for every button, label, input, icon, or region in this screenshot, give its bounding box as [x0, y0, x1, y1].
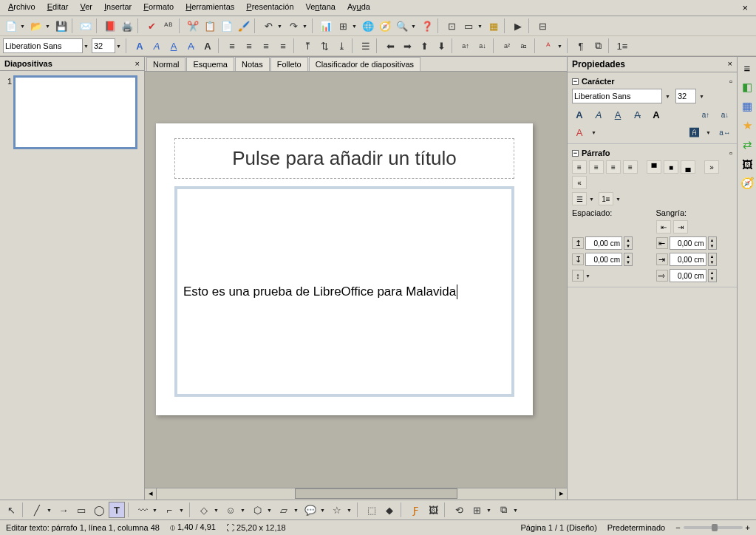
- undo-button[interactable]: ↶: [260, 18, 276, 34]
- slides-panel-close-icon[interactable]: ×: [135, 59, 140, 68]
- layout-button[interactable]: ▦: [486, 18, 502, 34]
- p-right-button[interactable]: ≡: [606, 160, 621, 174]
- props-super-button[interactable]: a↑: [698, 108, 713, 121]
- tab-esquema[interactable]: Esquema: [186, 57, 234, 71]
- connector-dropdown[interactable]: ▼: [179, 508, 186, 513]
- fontwork-tool[interactable]: Ƒ: [407, 502, 423, 518]
- help-button[interactable]: ❓: [419, 18, 435, 34]
- p-center-button[interactable]: ≡: [589, 160, 604, 174]
- sidebar-gallery-icon[interactable]: 🖼: [739, 156, 755, 172]
- zoom-in-icon[interactable]: +: [746, 523, 750, 532]
- autospell-button[interactable]: ᴬᴮ: [160, 18, 177, 34]
- hyperlink-button[interactable]: 🌐: [360, 18, 376, 34]
- moveup-button[interactable]: ⬆: [416, 38, 432, 54]
- zoom-out-icon[interactable]: −: [675, 523, 680, 532]
- select-tool[interactable]: ↖: [3, 502, 19, 518]
- title-placeholder[interactable]: Pulse para añadir un título: [174, 138, 514, 179]
- symbol-dropdown[interactable]: ▼: [240, 508, 248, 513]
- space-above-spinner[interactable]: ↥▲▼: [572, 236, 649, 250]
- presentation-button[interactable]: ▶: [510, 18, 526, 34]
- new-button[interactable]: 📄: [3, 18, 19, 34]
- p-bot-button[interactable]: ▄: [681, 160, 695, 174]
- flow-dropdown[interactable]: ▼: [293, 508, 301, 513]
- arrow-tool[interactable]: →: [55, 502, 72, 518]
- sidebar-nav-icon[interactable]: 🧭: [739, 175, 755, 191]
- rect-tool[interactable]: ▭: [73, 502, 89, 518]
- props-bold-button[interactable]: A: [572, 108, 587, 121]
- menu-editar[interactable]: Editar: [44, 1, 72, 14]
- p-numbering-button[interactable]: 1≡: [599, 192, 613, 205]
- star-tool[interactable]: ☆: [329, 502, 345, 518]
- open-dropdown[interactable]: ▼: [45, 24, 52, 29]
- redo-button[interactable]: ↷: [285, 18, 302, 34]
- bot-align-button[interactable]: ⤓: [333, 38, 350, 54]
- props-size-dropdown[interactable]: ▼: [699, 94, 706, 99]
- connector-tool[interactable]: ⌐: [161, 502, 177, 518]
- p-top-button[interactable]: ▀: [647, 160, 661, 174]
- star-dropdown[interactable]: ▼: [347, 508, 354, 513]
- table-button[interactable]: ⊞: [335, 18, 351, 34]
- close-document-icon[interactable]: ×: [738, 1, 752, 14]
- zoom-button[interactable]: 🔍: [394, 18, 410, 34]
- decrease-font-button[interactable]: a↓: [474, 38, 491, 54]
- tab-normal[interactable]: Normal: [146, 57, 185, 71]
- horizontal-scrollbar[interactable]: ◂ ▸: [145, 488, 567, 500]
- cut-button[interactable]: ✂️: [185, 18, 201, 34]
- sidebar-trans-icon[interactable]: ⇄: [739, 137, 755, 153]
- p-left-button[interactable]: ≡: [572, 160, 587, 174]
- font-name-combo[interactable]: [3, 38, 83, 53]
- slide-dropdown[interactable]: ▼: [477, 24, 485, 29]
- menu-formato[interactable]: Formato: [140, 1, 177, 14]
- tab-notas[interactable]: Notas: [235, 57, 270, 71]
- save-button[interactable]: 💾: [53, 18, 69, 34]
- p-bullets-button[interactable]: ☰: [572, 192, 587, 205]
- sidebar-anim-icon[interactable]: ★: [739, 117, 755, 134]
- block-dropdown[interactable]: ▼: [267, 508, 274, 513]
- tab-folleto[interactable]: Folleto: [270, 57, 308, 71]
- callout-dropdown[interactable]: ▼: [320, 508, 327, 513]
- table-dropdown[interactable]: ▼: [352, 24, 359, 29]
- grid-button[interactable]: ⊡: [443, 18, 460, 34]
- linespacing-spinner[interactable]: ↕▼: [572, 269, 649, 282]
- undo-dropdown[interactable]: ▼: [277, 24, 285, 29]
- brush-button[interactable]: 🖌️: [236, 18, 252, 34]
- mail-button[interactable]: ✉️: [78, 18, 94, 34]
- char-button[interactable]: ¶: [573, 38, 589, 54]
- tab-clasificador[interactable]: Clasificador de diapositivas: [309, 57, 420, 71]
- bold-button[interactable]: A: [132, 38, 148, 54]
- zoom-dropdown[interactable]: ▼: [411, 24, 418, 29]
- menu-herramientas[interactable]: Herramientas: [182, 1, 238, 14]
- p-numbering-dropdown[interactable]: ▼: [616, 192, 623, 205]
- menu-ayuda[interactable]: Ayuda: [344, 1, 374, 14]
- callout-tool[interactable]: 💬: [302, 502, 319, 518]
- line-tool[interactable]: ╱: [29, 502, 45, 518]
- sidebar-menu-icon[interactable]: ≡: [739, 60, 755, 76]
- numbering-button[interactable]: 1≡: [614, 38, 630, 54]
- props-highlight-dropdown[interactable]: ▼: [706, 126, 713, 139]
- p-just-button[interactable]: ≡: [623, 160, 638, 174]
- pdf-button[interactable]: 📕: [102, 18, 118, 34]
- indent-before-spinner[interactable]: ⇤▲▼: [656, 236, 733, 250]
- shapes-dropdown[interactable]: ▼: [214, 508, 221, 513]
- props-underline-button[interactable]: A: [610, 108, 625, 121]
- copy-button[interactable]: 📋: [202, 18, 218, 34]
- image-tool[interactable]: 🖼: [425, 502, 441, 518]
- spell-button[interactable]: ✔: [143, 18, 160, 34]
- space-below-spinner[interactable]: ↧▲▼: [572, 253, 649, 266]
- points-tool[interactable]: ⬚: [364, 502, 380, 518]
- flow-tool[interactable]: ▱: [276, 502, 292, 518]
- align-dropdown[interactable]: ▼: [486, 508, 494, 513]
- superscript-button[interactable]: a²: [499, 38, 515, 54]
- sidebar-properties-icon[interactable]: ◧: [739, 79, 755, 95]
- redo-dropdown[interactable]: ▼: [302, 24, 310, 29]
- strikethrough-button[interactable]: A̶: [183, 38, 199, 54]
- underline-button[interactable]: A: [166, 38, 182, 54]
- block-tool[interactable]: ⬡: [249, 502, 265, 518]
- zoom-slider[interactable]: − +: [675, 523, 750, 532]
- menu-insertar[interactable]: Insertar: [101, 1, 135, 14]
- p-dec-button[interactable]: «: [572, 176, 587, 189]
- demote-button[interactable]: ➡: [399, 38, 415, 54]
- symbol-tool[interactable]: ☺: [222, 502, 239, 518]
- italic-button[interactable]: A: [149, 38, 165, 54]
- props-sub-button[interactable]: a↓: [718, 108, 732, 121]
